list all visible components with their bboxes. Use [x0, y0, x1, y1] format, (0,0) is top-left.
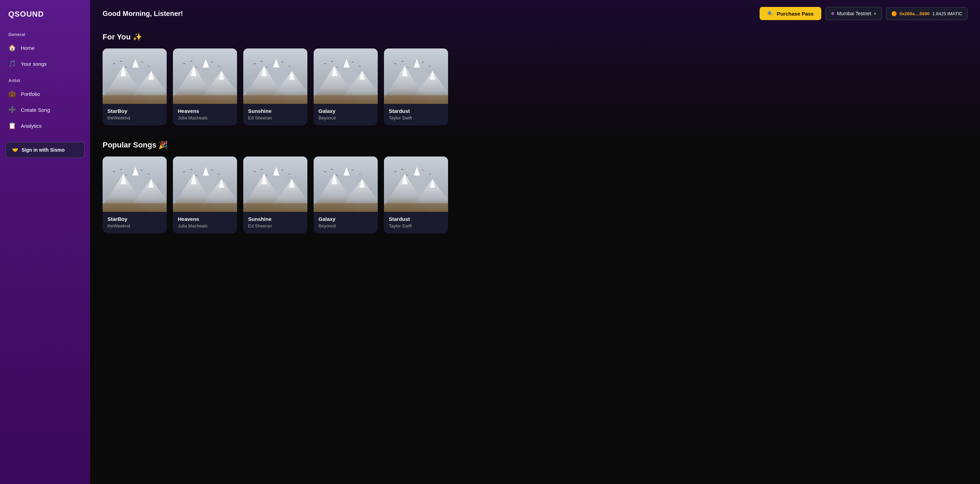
purchase-pass-button[interactable]: 🎭 Purchase Pass [760, 7, 821, 20]
network-indicator [831, 12, 834, 15]
song-card-info: StarBoy theWeeknd [103, 212, 167, 233]
content-area: For You ✨ [90, 27, 980, 484]
purchase-pass-icon: 🎭 [767, 10, 774, 17]
song-card-info: Heavens Julia Macheals [173, 104, 237, 125]
artist-section-label: Artist [0, 71, 90, 86]
header: Good Morning, Listener! 🎭 Purchase Pass … [90, 0, 980, 27]
chevron-down-icon [874, 11, 876, 16]
song-card[interactable]: Sunshine Ed Sheeran [243, 157, 307, 233]
sidebar-item-home[interactable]: 🏠 Home [0, 40, 90, 56]
song-artist: Beyoncé [318, 115, 373, 121]
song-card[interactable]: Heavens Julia Macheals [173, 48, 237, 125]
song-artist: Ed Sheeran [248, 223, 302, 229]
song-title: StarBoy [107, 108, 162, 114]
song-title: Stardust [389, 108, 443, 114]
sign-in-button[interactable]: 🤝 Sign in with Sismo [6, 142, 84, 158]
sidebar-item-your-songs[interactable]: 🎵 Your songs [0, 56, 90, 71]
svg-rect-23 [243, 95, 307, 104]
sidebar-item-your-songs-label: Your songs [21, 61, 47, 67]
song-title: Galaxy [318, 108, 373, 114]
wallet-balance: 1.8425 tMATIC [932, 11, 963, 16]
svg-rect-39 [384, 95, 448, 104]
song-artist: Taylor Swift [389, 115, 443, 121]
song-artist: theWeeknd [107, 115, 162, 121]
sidebar-item-home-label: Home [21, 45, 35, 51]
network-label: Mumbai Testnet [837, 11, 871, 16]
network-selector[interactable]: Mumbai Testnet [826, 7, 882, 20]
song-card-info: Sunshine Ed Sheeran [243, 104, 307, 125]
song-card[interactable]: StarBoy theWeeknd [103, 157, 167, 233]
song-card[interactable]: Stardust Taylor Swift [384, 48, 448, 125]
sidebar-item-analytics[interactable]: 📋 Analytics [0, 118, 90, 133]
svg-rect-7 [103, 95, 167, 104]
popular-songs-title: Popular Songs 🎉 [103, 141, 967, 149]
song-artist: Julia Macheals [178, 115, 232, 121]
greeting-text: Good Morning, Listener! [103, 10, 183, 17]
song-artist: Taylor Swift [389, 223, 443, 229]
song-cover-image [103, 157, 167, 212]
song-title: Stardust [389, 216, 443, 222]
sign-in-label: Sign in with Sismo [21, 147, 64, 153]
song-cover-image [384, 157, 448, 212]
song-cover-image [384, 48, 448, 104]
svg-rect-31 [313, 95, 378, 104]
song-title: StarBoy [107, 216, 162, 222]
song-card[interactable]: Galaxy Beyoncé [313, 48, 378, 125]
song-cover-image [103, 48, 167, 104]
sidebar-item-create-song-label: Create Song [21, 107, 50, 113]
main-content: Good Morning, Listener! 🎭 Purchase Pass … [90, 0, 980, 484]
svg-rect-55 [173, 203, 237, 212]
portfolio-icon: 💼 [8, 90, 16, 98]
song-cover-image [313, 157, 378, 212]
song-card-info: Stardust Taylor Swift [384, 104, 448, 125]
song-title: Heavens [178, 216, 232, 222]
song-card[interactable]: Sunshine Ed Sheeran [243, 48, 307, 125]
sidebar-item-portfolio[interactable]: 💼 Portfolio [0, 86, 90, 102]
song-title: Heavens [178, 108, 232, 114]
song-card-info: StarBoy theWeeknd [103, 104, 167, 125]
song-cover-image [313, 48, 378, 104]
wallet-address: 0x269a....5690 [900, 11, 930, 16]
svg-rect-71 [313, 203, 378, 212]
song-card-info: Galaxy Beyoncé [313, 104, 378, 125]
music-note-icon: 🎵 [8, 60, 16, 68]
song-cover-image [243, 157, 307, 212]
song-cover-image [173, 157, 237, 212]
song-artist: theWeeknd [107, 223, 162, 229]
purchase-pass-label: Purchase Pass [776, 11, 814, 17]
song-card-info: Stardust Taylor Swift [384, 212, 448, 233]
song-card-info: Heavens Julia Macheals [173, 212, 237, 233]
song-artist: Beyoncé [318, 223, 373, 229]
plus-circle-icon: ➕ [8, 106, 16, 114]
song-artist: Julia Macheals [178, 223, 232, 229]
for-you-title: For You ✨ [103, 33, 967, 41]
song-title: Sunshine [248, 108, 302, 114]
song-title: Sunshine [248, 216, 302, 222]
app-logo: QSOUND [0, 0, 90, 25]
header-actions: 🎭 Purchase Pass Mumbai Testnet 🟠 0x269a.… [760, 7, 967, 20]
song-artist: Ed Sheeran [248, 115, 302, 121]
song-cover-image [243, 48, 307, 104]
sidebar-item-analytics-label: Analytics [21, 123, 41, 129]
svg-rect-79 [384, 203, 448, 212]
song-title: Galaxy [318, 216, 373, 222]
analytics-icon: 📋 [8, 122, 16, 130]
sidebar-item-create-song[interactable]: ➕ Create Song [0, 102, 90, 118]
sidebar: QSOUND General 🏠 Home 🎵 Your songs Artis… [0, 0, 90, 484]
home-icon: 🏠 [8, 44, 16, 52]
sismo-icon: 🤝 [12, 147, 18, 153]
svg-rect-15 [173, 95, 237, 104]
song-card-info: Galaxy Beyoncé [313, 212, 378, 233]
song-cover-image [173, 48, 237, 104]
popular-songs-grid: StarBoy theWeeknd [103, 157, 967, 236]
sidebar-item-portfolio-label: Portfolio [21, 91, 40, 97]
for-you-grid: StarBoy theWeeknd [103, 48, 967, 128]
song-card[interactable]: StarBoy theWeeknd [103, 48, 167, 125]
song-card[interactable]: Stardust Taylor Swift [384, 157, 448, 233]
general-section-label: General [0, 25, 90, 40]
svg-rect-47 [103, 203, 167, 212]
song-card-info: Sunshine Ed Sheeran [243, 212, 307, 233]
wallet-info[interactable]: 🟠 0x269a....5690 1.8425 tMATIC [886, 7, 967, 20]
song-card[interactable]: Heavens Julia Macheals [173, 157, 237, 233]
song-card[interactable]: Galaxy Beyoncé [313, 157, 378, 233]
